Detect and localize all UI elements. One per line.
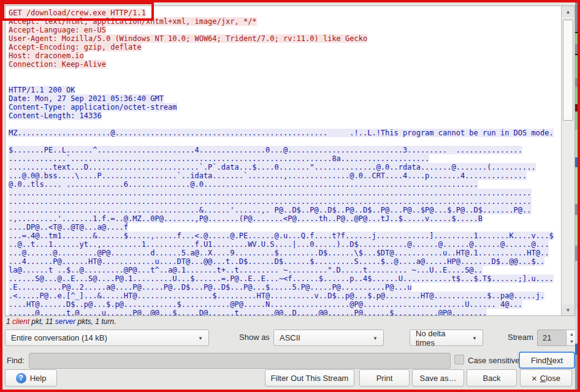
stream-line: ...@.0@.bss....\....P.................`.… bbox=[9, 172, 561, 180]
stream-line: ......S@...@..E...S@....P@.1.........U..… bbox=[9, 274, 561, 283]
stream-number-spinner[interactable]: 21 ▲ ▼ bbox=[537, 330, 578, 346]
conversation-select[interactable]: Entire conversation (14 kB) ▼ bbox=[5, 330, 209, 346]
chevron-down-icon: ▼ bbox=[373, 335, 378, 341]
chevron-down-icon: ▼ bbox=[198, 335, 203, 341]
find-next-label: Find bbox=[531, 356, 546, 365]
stream-line: Accept: text/html, application/xhtml+xml… bbox=[9, 17, 561, 26]
stream-line: Connection: Keep-Alive bbox=[9, 60, 561, 69]
stream-label: Stream bbox=[508, 333, 533, 342]
delta-times-select[interactable]: No delta times ▼ bbox=[410, 330, 483, 346]
stream-line: .<.....P@..e.[^_]...&.....HT@...........… bbox=[9, 292, 561, 300]
summary-server-word: server bbox=[55, 317, 75, 326]
stream-line: .E..........P@..2.....a@....P@.....P@..D… bbox=[9, 283, 561, 292]
summary-text: pkts, 1 turn. bbox=[75, 317, 116, 326]
stream-number-value: 21 bbox=[537, 330, 566, 346]
find-next-mnemonic: N bbox=[546, 356, 552, 365]
stream-content: GET /download/crew.exe HTTP/1.1Accept: t… bbox=[6, 6, 561, 315]
stream-text-area[interactable]: GET /download/crew.exe HTTP/1.1Accept: t… bbox=[5, 6, 575, 316]
stream-line: Accept-Encoding: gzip, deflate bbox=[9, 43, 561, 51]
back-button[interactable]: Back bbox=[467, 369, 517, 386]
stream-line: Date: Mon, 27 Sep 2021 05:36:40 GMT bbox=[9, 94, 561, 103]
stream-line: ........................................… bbox=[9, 206, 561, 214]
stream-line: MZ.....................@................… bbox=[9, 129, 561, 137]
conversation-select-value: Entire conversation (14 kB) bbox=[11, 333, 107, 342]
close-icon: × bbox=[532, 374, 537, 383]
stream-line: .............`..........................… bbox=[9, 154, 561, 163]
close-button[interactable]: × Close bbox=[520, 369, 572, 386]
stream-line bbox=[9, 69, 561, 77]
find-next-label: ext bbox=[552, 356, 563, 365]
scroll-up-icon: ▲ bbox=[566, 9, 571, 15]
show-as-select-value: ASCII bbox=[280, 333, 300, 342]
stream-line: User-Agent: Mozilla/5.0 (Windows NT 10.0… bbox=[9, 34, 561, 43]
stream-line: ........................................… bbox=[9, 197, 561, 206]
summary-text: pkt, 11 bbox=[29, 317, 55, 326]
stream-line: la@......t ..$..@.........@P@...t^..a@.1… bbox=[9, 266, 561, 274]
stream-line: Accept-Language: en-US bbox=[9, 26, 561, 34]
help-button-label: Help bbox=[30, 374, 47, 383]
stream-line: ...@......@.........@P@.........d......5… bbox=[9, 249, 561, 257]
stream-line: ......@......t.@.....u......P@..@@...$..… bbox=[9, 309, 561, 315]
print-button[interactable]: Print bbox=[359, 369, 410, 386]
close-button-label: lose bbox=[546, 374, 560, 383]
stream-line: $.......PE..L......^....................… bbox=[9, 146, 561, 154]
stream-line: Content-Type: application/octet-stream bbox=[9, 103, 561, 111]
stream-line: ...4......P@......HT@............u....DT… bbox=[9, 257, 561, 266]
summary-client-word: client bbox=[12, 317, 29, 326]
summary-text: 1 bbox=[6, 317, 12, 326]
find-label: Find: bbox=[7, 356, 25, 365]
stream-line: ..........text...D......................… bbox=[9, 163, 561, 172]
case-sensitive-label: Case sensitive bbox=[468, 356, 520, 365]
stream-line: HTTP/1.1 200 OK bbox=[9, 86, 561, 94]
stream-line: ..@..t...1......yt..,.........1.........… bbox=[9, 240, 561, 249]
find-next-button[interactable]: Find Next bbox=[519, 352, 575, 369]
stream-summary: 1 client pkt, 11 server pkts, 1 turn. bbox=[6, 317, 116, 326]
stream-line: Host: draconem.io bbox=[9, 51, 561, 60]
help-button[interactable]: ? Help bbox=[5, 369, 57, 386]
scroll-up-button[interactable]: ▲ bbox=[562, 6, 574, 17]
stream-line: ........................................… bbox=[9, 189, 561, 197]
stream-line: ....HT@......D$..p@...$.p@............$.… bbox=[9, 300, 561, 309]
chevron-down-icon: ▼ bbox=[472, 335, 477, 341]
scroll-down-icon: ▼ bbox=[566, 307, 571, 313]
spinner-down-icon: ▼ bbox=[570, 339, 574, 344]
follow-tcp-stream-dialog: GET /download/crew.exe HTTP/1.1Accept: t… bbox=[0, 0, 575, 392]
scrollbar-thumb[interactable] bbox=[563, 20, 573, 121]
close-mnemonic: C bbox=[540, 374, 546, 383]
find-input[interactable] bbox=[29, 353, 451, 369]
scroll-down-button[interactable]: ▼ bbox=[562, 304, 574, 315]
case-sensitive-checkbox[interactable] bbox=[454, 355, 464, 364]
stream-line bbox=[9, 120, 561, 129]
stream-line: Content-Length: 14336 bbox=[9, 111, 561, 120]
background-window-strip bbox=[575, 0, 580, 392]
stream-line: GET /download/crew.exe HTTP/1.1 bbox=[9, 9, 561, 17]
stream-line: .,.........'.......1.f.=..@.MZ..0P@.....… bbox=[9, 214, 561, 223]
filter-out-stream-button[interactable]: Filter Out This Stream bbox=[265, 369, 354, 386]
show-as-label: Show as bbox=[239, 333, 270, 342]
stream-line: @.0..tls.... .............6.............… bbox=[9, 180, 561, 189]
delta-times-select-value: No delta times bbox=[416, 329, 467, 347]
stream-line bbox=[9, 137, 561, 146]
stream-line bbox=[9, 77, 561, 86]
show-as-select[interactable]: ASCII ▼ bbox=[273, 330, 384, 346]
help-icon: ? bbox=[16, 373, 26, 383]
stream-line: ....DP@..<T@..@T@...a@....f bbox=[9, 223, 561, 232]
save-as-button[interactable]: Save as… bbox=[412, 369, 464, 386]
spinner-up-icon: ▲ bbox=[570, 332, 574, 336]
stream-scrollbar[interactable]: ▲ ▼ bbox=[561, 6, 574, 315]
stream-line: ...=.4@..tm1.......&......$.....,.....f.… bbox=[9, 232, 561, 240]
